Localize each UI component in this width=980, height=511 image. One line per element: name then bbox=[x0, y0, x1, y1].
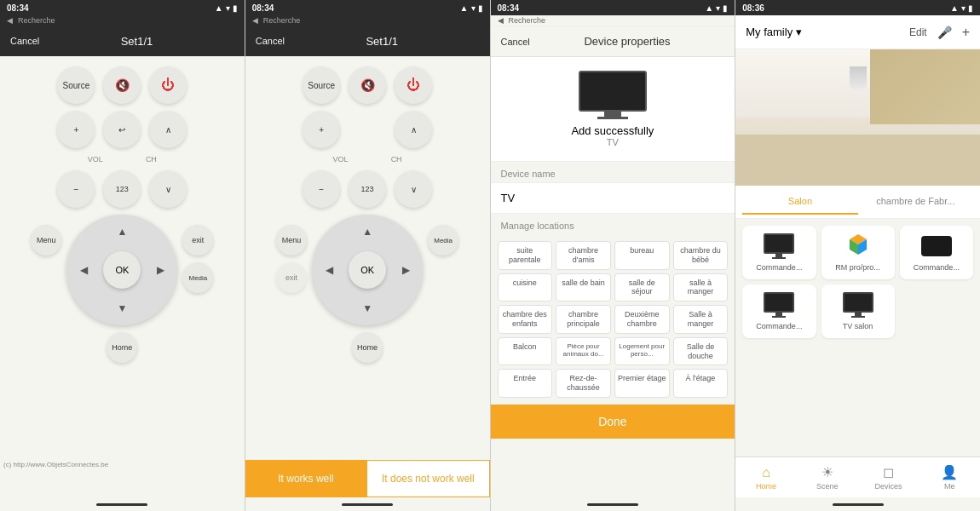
num-btn-2[interactable]: 123 bbox=[349, 170, 386, 208]
tab-scene[interactable]: ☀ Scene bbox=[797, 464, 858, 491]
nav-title-1: Set1/1 bbox=[121, 35, 153, 48]
location-chip-6[interactable]: salle de séjour bbox=[614, 273, 670, 302]
device-card-3[interactable]: Commande... bbox=[742, 284, 816, 338]
location-chip-1[interactable]: chambre d'amis bbox=[556, 241, 611, 270]
power-btn-1[interactable]: ⏻ bbox=[149, 66, 187, 104]
device-name-input[interactable]: TV bbox=[491, 182, 735, 214]
wifi-icon-2: ▾ bbox=[471, 3, 476, 13]
device-card-0[interactable]: Commande... bbox=[742, 226, 816, 279]
dpad-section-2: Menu exit ▲ ◀ OK ▶ ▼ M bbox=[276, 215, 458, 325]
tab-devices[interactable]: ◻ Devices bbox=[858, 464, 919, 491]
back-btn-1[interactable]: ↩ bbox=[103, 111, 141, 148]
location-chip-7[interactable]: salle à manger bbox=[673, 273, 729, 302]
location-chip-5[interactable]: salle de bain bbox=[556, 273, 611, 302]
device-card-4[interactable]: TV salon bbox=[821, 284, 895, 338]
mute-btn-1[interactable]: 🔇 bbox=[103, 66, 141, 104]
location-chip-0[interactable]: suite parentale bbox=[498, 241, 553, 270]
works-well-btn[interactable]: It works well bbox=[245, 460, 366, 497]
dpad-down-1[interactable]: ▼ bbox=[109, 296, 135, 321]
wifi-icon-1: ▾ bbox=[226, 3, 230, 13]
location-chip-4[interactable]: cuisine bbox=[498, 273, 553, 302]
vol-up-btn-1[interactable]: + bbox=[57, 111, 95, 148]
rooms-tabs: Salon chambre de Fabr... bbox=[735, 186, 980, 219]
home-hero-image bbox=[735, 49, 980, 186]
time-2: 08:34 bbox=[252, 3, 274, 13]
source-btn-2[interactable]: Source bbox=[303, 66, 340, 104]
menu-btn-2[interactable]: Menu bbox=[276, 225, 307, 256]
location-chip-10[interactable]: Deuxième chambre bbox=[614, 305, 670, 334]
device-card-2[interactable]: Commande... bbox=[900, 226, 973, 279]
dpad-1: ▲ ◀ OK ▶ ▼ bbox=[66, 215, 177, 325]
location-chip-17[interactable]: Rez-de-chaussée bbox=[556, 369, 611, 398]
ch-down-btn-1[interactable]: ∨ bbox=[149, 170, 187, 208]
back-arrow-1: ◀ bbox=[7, 16, 13, 25]
vol-up-btn-2[interactable]: + bbox=[303, 111, 340, 148]
media-btn-1[interactable]: Media bbox=[182, 262, 213, 293]
exit-btn-1[interactable]: exit bbox=[182, 225, 213, 256]
dpad-down-2[interactable]: ▼ bbox=[355, 296, 380, 321]
room-tab-salon[interactable]: Salon bbox=[742, 189, 857, 215]
status-bar-4: 08:36 ▲ ▾ ▮ bbox=[735, 0, 980, 15]
ch-up-btn-1[interactable]: ∧ bbox=[149, 111, 187, 148]
edit-btn[interactable]: Edit bbox=[909, 26, 927, 38]
menu-btn-1[interactable]: Menu bbox=[31, 225, 61, 256]
not-work-btn[interactable]: It does not work well bbox=[366, 460, 489, 497]
sub-status-1: ◀ Recherche bbox=[0, 15, 245, 26]
exit-btn-2-side[interactable]: exit bbox=[276, 262, 307, 293]
location-chip-14[interactable]: Logement pour perso... bbox=[614, 337, 670, 366]
remote-content-1: Source 🔇 ⏻ + ↩ ∧ VOL CH bbox=[0, 56, 245, 497]
location-chip-19[interactable]: À l'étage bbox=[673, 369, 729, 398]
mic-icon[interactable]: 🎤 bbox=[937, 26, 952, 39]
me-tab-label: Me bbox=[944, 482, 955, 491]
dpad-left-2[interactable]: ◀ bbox=[316, 257, 342, 283]
tab-home[interactable]: ⌂ Home bbox=[735, 465, 797, 491]
location-chip-8[interactable]: chambre des enfants bbox=[498, 305, 553, 334]
dpad-up-2[interactable]: ▲ bbox=[355, 219, 380, 244]
num-btn-1[interactable]: 123 bbox=[103, 170, 141, 208]
remote-labels-1: VOL CH bbox=[88, 155, 157, 164]
location-chip-16[interactable]: Entrée bbox=[498, 369, 553, 398]
location-chip-3[interactable]: chambre du bébé bbox=[673, 241, 729, 270]
location-grid: suite parentale chambre d'amis bureau ch… bbox=[491, 234, 735, 405]
screen4-home: 08:36 ▲ ▾ ▮ My family ▾ Edit 🎤 + bbox=[735, 0, 980, 511]
ok-btn-2[interactable]: OK bbox=[349, 251, 386, 289]
dpad-right-2[interactable]: ▶ bbox=[393, 257, 418, 283]
location-chip-12[interactable]: Balcon bbox=[498, 337, 553, 366]
power-btn-2[interactable]: ⏻ bbox=[395, 66, 432, 104]
location-chip-13[interactable]: Pièce pour animaux do... bbox=[556, 337, 611, 366]
dpad-up-1[interactable]: ▲ bbox=[109, 219, 135, 244]
location-chip-11[interactable]: Salle à manger bbox=[673, 305, 729, 334]
room-tab-chambre[interactable]: chambre de Fabr... bbox=[858, 189, 973, 215]
family-selector[interactable]: My family ▾ bbox=[746, 26, 802, 38]
location-chip-18[interactable]: Premier étage bbox=[614, 369, 670, 398]
cancel-btn-2[interactable]: Cancel bbox=[256, 36, 285, 46]
add-icon[interactable]: + bbox=[962, 25, 970, 40]
locations-label: Manage locations bbox=[491, 214, 735, 234]
location-chip-9[interactable]: chambre principale bbox=[556, 305, 611, 334]
home-btn-2[interactable]: Home bbox=[352, 332, 383, 363]
done-btn[interactable]: Done bbox=[491, 405, 735, 439]
ok-btn-1[interactable]: OK bbox=[103, 251, 141, 289]
ch-up-btn-2[interactable]: ∧ bbox=[395, 111, 432, 148]
status-bar-1: 08:34 ▲ ▾ ▮ bbox=[0, 0, 245, 15]
location-chip-15[interactable]: Salle de douche bbox=[673, 337, 729, 366]
time-1: 08:34 bbox=[7, 3, 29, 13]
tab-me[interactable]: 👤 Me bbox=[919, 464, 980, 491]
mute-btn-2[interactable]: 🔇 bbox=[349, 66, 386, 104]
media-btn-2[interactable]: Media bbox=[428, 225, 458, 256]
cancel-btn-3[interactable]: Cancel bbox=[501, 37, 530, 47]
device-card-1[interactable]: RM pro/pro... bbox=[821, 226, 895, 279]
vol-down-btn-2[interactable]: − bbox=[303, 170, 340, 208]
remote-content-2: Source 🔇 ⏻ + ∧ VOL CH − bbox=[245, 56, 490, 460]
device-hero: Add successfully TV bbox=[491, 57, 735, 162]
nav-title-2: Set1/1 bbox=[366, 35, 398, 48]
vol-down-btn-1[interactable]: − bbox=[57, 170, 95, 208]
dpad-left-1[interactable]: ◀ bbox=[71, 257, 96, 283]
home-btn-1[interactable]: Home bbox=[107, 332, 137, 363]
home-indicator-1 bbox=[0, 497, 245, 511]
location-chip-2[interactable]: bureau bbox=[614, 241, 670, 270]
ch-down-btn-2[interactable]: ∨ bbox=[395, 170, 432, 208]
dpad-right-1[interactable]: ▶ bbox=[147, 257, 173, 283]
source-btn-1[interactable]: Source bbox=[57, 66, 95, 104]
cancel-btn-1[interactable]: Cancel bbox=[10, 36, 39, 46]
